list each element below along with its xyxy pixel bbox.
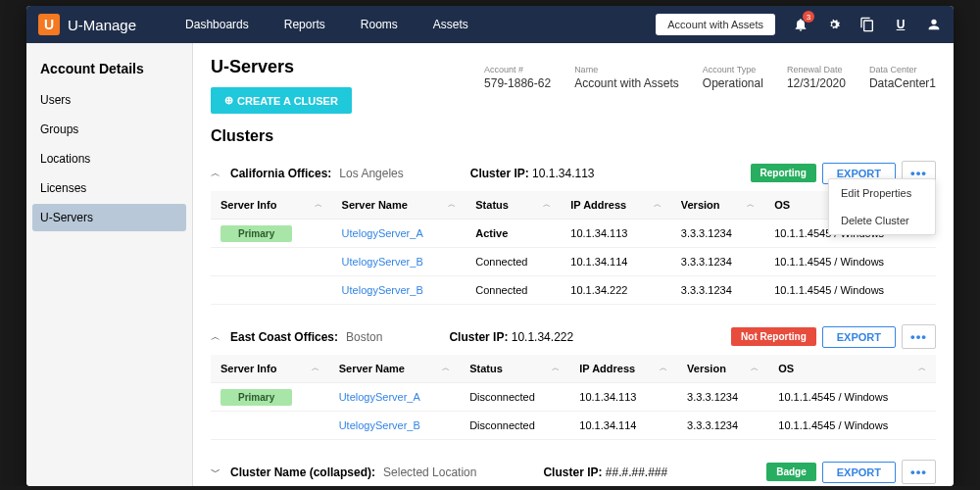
cluster-header: ︿ East Coast Offices: Boston Cluster IP:… (211, 318, 936, 355)
server-link[interactable]: UtelogyServer_B (342, 284, 423, 296)
nav-rooms[interactable]: Rooms (361, 18, 398, 31)
cluster-name: East Coast Offices: (230, 330, 338, 344)
cluster-name: Cluster Name (collapsed): (230, 466, 375, 479)
col-header[interactable]: IP Address︿ (569, 355, 677, 383)
status-pill[interactable]: Reporting (751, 164, 816, 182)
col-header[interactable]: IP Address︿ (561, 191, 670, 220)
col-header[interactable]: Version︿ (677, 355, 768, 383)
ip-cell: 10.1.34.114 (561, 248, 670, 276)
server-link[interactable]: UtelogyServer_A (342, 227, 423, 239)
topbar: U U-Manage DashboardsReportsRoomsAssets … (26, 6, 954, 43)
export-button[interactable]: EXPORT (822, 462, 896, 483)
sidebar-item-users[interactable]: Users (32, 86, 186, 114)
nav-reports[interactable]: Reports (284, 18, 325, 31)
chevron-icon[interactable]: ︿ (211, 167, 222, 180)
os-cell: 10.1.1.4545 / Windows (768, 412, 936, 440)
status-pill[interactable]: Not Reporting (731, 327, 816, 346)
sidebar-item-groups[interactable]: Groups (32, 116, 186, 143)
primary-tag: Primary (220, 389, 292, 406)
status-cell: Connected (466, 276, 561, 305)
col-header[interactable]: Status︿ (466, 191, 561, 220)
more-button[interactable]: ••• (902, 324, 936, 349)
sidebar-item-licenses[interactable]: Licenses (32, 174, 186, 202)
col-header[interactable]: Server Name︿ (329, 355, 460, 383)
sidebar-item-locations[interactable]: Locations (32, 145, 186, 172)
cluster-location: Boston (346, 330, 382, 344)
ip-cell: 10.1.34.113 (569, 383, 677, 412)
primary-tag: Primary (220, 225, 292, 242)
version-cell: 3.3.3.1234 (677, 383, 768, 412)
main-content: U-Servers ⊕CREATE A CLUSER Account #579-… (193, 43, 954, 486)
ip-cell: 10.1.34.114 (569, 412, 677, 440)
cluster-ip: Cluster IP: 10.1.34.113 (470, 167, 595, 180)
section-title: Clusters (211, 127, 936, 145)
nav-assets[interactable]: Assets (433, 18, 468, 31)
cluster-ip: Cluster IP: ##.#.##.### (543, 466, 667, 479)
more-button[interactable]: ••• (902, 460, 936, 484)
copy-icon[interactable] (859, 17, 875, 32)
col-header[interactable]: Server Name︿ (332, 191, 466, 220)
export-button[interactable]: EXPORT (822, 326, 896, 348)
col-header[interactable]: OS︿ (768, 355, 936, 383)
u-icon[interactable]: U (893, 17, 908, 32)
brand: U-Manage (68, 17, 136, 33)
dropdown-item[interactable]: Edit Properties (829, 179, 935, 207)
version-cell: 3.3.3.1234 (671, 248, 764, 276)
col-header[interactable]: Status︿ (460, 355, 569, 383)
main-nav: DashboardsReportsRoomsAssets (185, 18, 468, 31)
create-cluster-button[interactable]: ⊕CREATE A CLUSER (211, 87, 352, 114)
status-pill[interactable]: Badge (766, 463, 816, 481)
os-cell: 10.1.1.4545 / Windows (764, 248, 936, 276)
table-row: UtelogyServer_B Disconnected 10.1.34.114… (211, 412, 936, 440)
table-row: UtelogyServer_B Connected 10.1.34.222 3.… (211, 276, 936, 305)
notification-badge: 3 (803, 11, 814, 23)
server-link[interactable]: UtelogyServer_A (339, 391, 420, 403)
col-header[interactable]: Server Info︿ (211, 191, 332, 220)
ip-cell: 10.1.34.222 (561, 276, 670, 305)
account-button[interactable]: Account with Assets (656, 14, 775, 35)
server-table: Server Info︿Server Name︿Status︿IP Addres… (211, 191, 936, 305)
ip-cell: 10.1.34.113 (561, 220, 670, 248)
status-cell: Active (466, 220, 561, 248)
cluster-ip: Cluster IP: 10.1.34.222 (449, 330, 573, 344)
cluster-header: ﹀ Cluster Name (collapsed): Selected Loc… (211, 454, 936, 486)
bell-icon[interactable]: 3 (793, 17, 808, 32)
cluster-location: Los Angeles (339, 167, 403, 180)
status-cell: Connected (466, 248, 561, 276)
table-row: UtelogyServer_B Connected 10.1.34.114 3.… (211, 248, 936, 276)
more-dropdown: Edit PropertiesDelete Cluster (828, 178, 936, 235)
cluster-location: Selected Location (383, 466, 476, 479)
table-row: Primary UtelogyServer_A Disconnected 10.… (211, 383, 936, 412)
sidebar-item-u-servers[interactable]: U-Servers (32, 204, 186, 231)
version-cell: 3.3.3.1234 (671, 220, 764, 248)
chevron-icon[interactable]: ︿ (211, 330, 222, 344)
os-cell: 10.1.1.4545 / Windows (768, 383, 936, 412)
cluster-name: California Offices: (230, 167, 331, 180)
version-cell: 3.3.3.1234 (671, 276, 764, 305)
os-cell: 10.1.1.4545 / Windows (764, 276, 936, 305)
table-row: Primary UtelogyServer_A Active 10.1.34.1… (211, 220, 936, 248)
gear-icon[interactable] (826, 17, 842, 32)
sidebar: Account Details UsersGroupsLocationsLice… (26, 43, 193, 486)
status-cell: Disconnected (460, 412, 569, 440)
chevron-icon[interactable]: ﹀ (211, 466, 222, 479)
user-icon[interactable] (926, 17, 942, 32)
server-link[interactable]: UtelogyServer_B (339, 419, 420, 431)
sidebar-title: Account Details (32, 55, 186, 82)
account-meta: Account #579-1886-62 NameAccount with As… (484, 65, 936, 90)
logo: U (38, 14, 60, 35)
col-header[interactable]: Version︿ (671, 191, 764, 220)
version-cell: 3.3.3.1234 (677, 412, 768, 440)
nav-dashboards[interactable]: Dashboards (185, 18, 249, 31)
status-cell: Disconnected (460, 383, 569, 412)
col-header[interactable]: Server Info︿ (211, 355, 329, 383)
server-link[interactable]: UtelogyServer_B (342, 256, 423, 268)
dropdown-item[interactable]: Delete Cluster (829, 207, 935, 234)
plus-icon: ⊕ (224, 94, 233, 107)
cluster-header: ︿ California Offices: Los Angeles Cluste… (211, 155, 936, 191)
server-table: Server Info︿Server Name︿Status︿IP Addres… (211, 355, 936, 440)
